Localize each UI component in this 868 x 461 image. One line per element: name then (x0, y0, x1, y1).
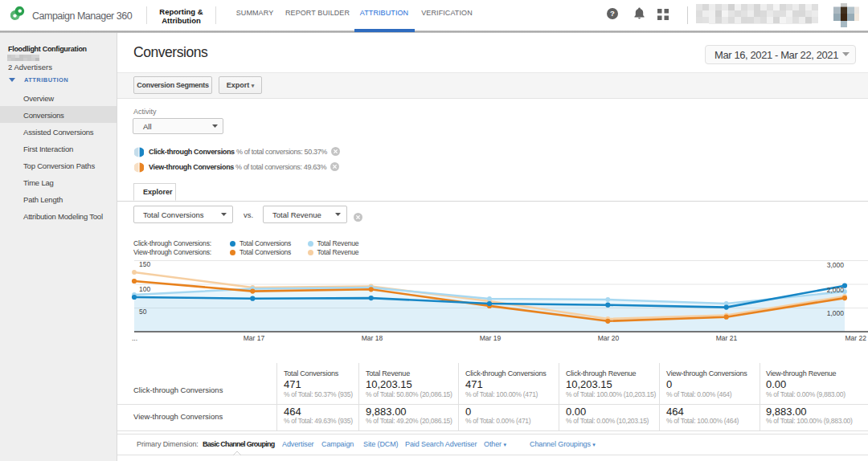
svg-text:?: ? (610, 9, 615, 18)
